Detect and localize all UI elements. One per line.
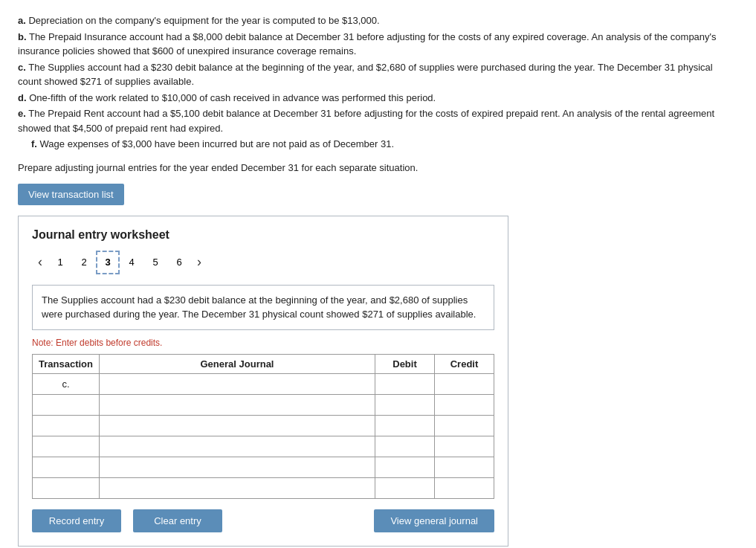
nav-num-5[interactable]: 5 bbox=[143, 251, 167, 274]
row5-credit-input[interactable] bbox=[438, 459, 491, 475]
row5-credit[interactable] bbox=[435, 457, 494, 477]
item-b-text: The Prepaid Insurance account had a $8,0… bbox=[18, 31, 717, 57]
table-row bbox=[33, 436, 494, 457]
nav-num-6[interactable]: 6 bbox=[167, 251, 191, 274]
row4-general-input[interactable] bbox=[103, 438, 372, 454]
note-text: Note: Enter debits before credits. bbox=[32, 338, 494, 348]
row2-credit[interactable] bbox=[435, 394, 494, 415]
item-c-label: c. bbox=[18, 62, 26, 73]
row3-debit-input[interactable] bbox=[378, 417, 431, 433]
row2-debit[interactable] bbox=[375, 394, 435, 415]
row4-debit[interactable] bbox=[375, 436, 435, 457]
row3-general-input[interactable] bbox=[103, 417, 372, 433]
view-general-journal-button[interactable]: View general journal bbox=[374, 509, 494, 532]
prepare-text: Prepare adjusting journal entries for th… bbox=[18, 162, 738, 173]
nav-prev-button[interactable]: ‹ bbox=[32, 253, 48, 271]
table-row bbox=[33, 457, 494, 477]
row1-credit-input[interactable] bbox=[438, 375, 491, 392]
row6-general[interactable] bbox=[100, 477, 375, 498]
row6-debit-input[interactable] bbox=[378, 480, 431, 496]
row1-credit[interactable] bbox=[435, 373, 494, 394]
table-row: c. bbox=[33, 373, 494, 394]
row2-general-input[interactable] bbox=[103, 396, 372, 413]
row1-general[interactable] bbox=[100, 373, 375, 394]
nav-num-3[interactable]: 3 bbox=[96, 251, 120, 274]
nav-numbers: 1 2 3 4 5 6 bbox=[48, 251, 191, 274]
bottom-buttons: Record entry Clear entry View general jo… bbox=[32, 509, 494, 532]
row2-transaction bbox=[33, 394, 100, 415]
col-header-credit: Credit bbox=[435, 354, 494, 373]
row5-general[interactable] bbox=[100, 457, 375, 477]
clear-entry-button[interactable]: Clear entry bbox=[133, 509, 222, 532]
row3-general[interactable] bbox=[100, 415, 375, 436]
row3-credit-input[interactable] bbox=[438, 417, 491, 433]
row2-debit-input[interactable] bbox=[378, 396, 431, 413]
row2-general[interactable] bbox=[100, 394, 375, 415]
problem-text: a. Depreciation on the company's equipme… bbox=[18, 13, 738, 152]
item-f-label: f. bbox=[31, 138, 37, 149]
item-d-text: One-fifth of the work related to $10,000… bbox=[27, 92, 436, 103]
col-header-transaction: Transaction bbox=[33, 354, 100, 373]
row6-debit[interactable] bbox=[375, 477, 435, 498]
col-header-debit: Debit bbox=[375, 354, 435, 373]
row3-debit[interactable] bbox=[375, 415, 435, 436]
row4-credit-input[interactable] bbox=[438, 438, 491, 454]
nav-row: ‹ 1 2 3 4 5 6 › bbox=[32, 251, 494, 274]
item-b-label: b. bbox=[18, 31, 27, 42]
item-a-label: a. bbox=[18, 15, 26, 26]
row6-general-input[interactable] bbox=[103, 480, 372, 496]
row1-debit-input[interactable] bbox=[378, 375, 431, 392]
item-d-label: d. bbox=[18, 92, 27, 103]
nav-num-2[interactable]: 2 bbox=[72, 251, 96, 274]
scenario-box: The Supplies account had a $230 debit ba… bbox=[32, 285, 494, 330]
worksheet-title: Journal entry worksheet bbox=[32, 228, 494, 242]
record-entry-button[interactable]: Record entry bbox=[32, 509, 121, 532]
col-header-general: General Journal bbox=[100, 354, 375, 373]
row3-credit[interactable] bbox=[435, 415, 494, 436]
row1-debit[interactable] bbox=[375, 373, 435, 394]
row4-credit[interactable] bbox=[435, 436, 494, 457]
row5-debit[interactable] bbox=[375, 457, 435, 477]
nav-num-4[interactable]: 4 bbox=[120, 251, 143, 274]
worksheet-container: Journal entry worksheet ‹ 1 2 3 4 5 6 › … bbox=[18, 216, 508, 547]
row2-credit-input[interactable] bbox=[438, 396, 491, 413]
item-c-text: The Supplies account had a $230 debit ba… bbox=[18, 62, 713, 88]
nav-num-1[interactable]: 1 bbox=[48, 251, 72, 274]
row5-general-input[interactable] bbox=[103, 459, 372, 475]
item-a-text: Depreciation on the company's equipment … bbox=[26, 15, 380, 26]
item-f-text: Wage expenses of $3,000 have been incurr… bbox=[37, 138, 394, 149]
row4-general[interactable] bbox=[100, 436, 375, 457]
row6-credit-input[interactable] bbox=[438, 480, 491, 496]
row4-debit-input[interactable] bbox=[378, 438, 431, 454]
table-row bbox=[33, 477, 494, 498]
row5-debit-input[interactable] bbox=[378, 459, 431, 475]
journal-table: Transaction General Journal Debit Credit… bbox=[32, 354, 494, 499]
nav-next-button[interactable]: › bbox=[191, 253, 207, 271]
item-e-text: The Prepaid Rent account had a $5,100 de… bbox=[18, 108, 714, 134]
table-row bbox=[33, 415, 494, 436]
row5-transaction bbox=[33, 457, 100, 477]
row4-transaction bbox=[33, 436, 100, 457]
item-e-label: e. bbox=[18, 108, 26, 119]
table-row bbox=[33, 394, 494, 415]
view-transaction-button[interactable]: View transaction list bbox=[18, 184, 124, 205]
row1-transaction: c. bbox=[33, 373, 100, 394]
row3-transaction bbox=[33, 415, 100, 436]
row6-transaction bbox=[33, 477, 100, 498]
row6-credit[interactable] bbox=[435, 477, 494, 498]
row1-general-input[interactable] bbox=[103, 375, 372, 392]
